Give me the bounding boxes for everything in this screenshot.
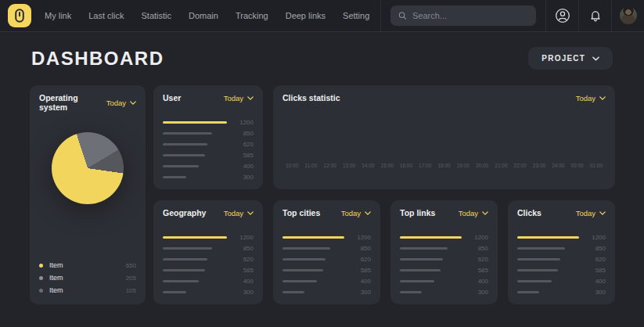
- notifications-button[interactable]: [579, 0, 611, 31]
- filter-label: Today: [341, 209, 361, 217]
- bar-line: [163, 291, 186, 293]
- bar-row: 850: [400, 247, 488, 250]
- bar-row: 1200: [517, 236, 606, 239]
- bar-row: 585: [517, 269, 606, 271]
- nav-item-deep-links[interactable]: Deep links: [286, 11, 326, 20]
- project-button[interactable]: PROJECT: [528, 47, 613, 70]
- filter-label: Today: [576, 94, 595, 102]
- search-icon: [398, 11, 407, 20]
- nav-item-my-link[interactable]: My link: [45, 11, 71, 20]
- bar-line: [282, 291, 304, 293]
- bar-row: 585: [163, 269, 254, 271]
- time-tick-label: 12:00: [321, 163, 340, 168]
- legend-label: Item: [49, 274, 120, 282]
- time-tick-label: 18:00: [434, 163, 453, 168]
- profile-button[interactable]: [612, 0, 644, 31]
- filter-today-button[interactable]: Today: [576, 94, 606, 102]
- account-button[interactable]: [546, 0, 578, 31]
- bar-row: 620: [517, 258, 606, 261]
- bar-value: 300: [351, 289, 371, 296]
- card-title: Geography: [163, 208, 206, 217]
- bar-track: [400, 291, 462, 293]
- bar-value: 585: [233, 268, 254, 274]
- card-user: User Today 1200850620585400300: [153, 85, 263, 189]
- bar-value: 585: [468, 268, 488, 274]
- legend-item: Item650: [39, 261, 136, 269]
- bar-value: 1200: [351, 235, 371, 241]
- right-column: User Today 1200850620585400300 Clicks st…: [153, 85, 615, 304]
- filter-label: Today: [459, 209, 478, 217]
- filter-label: Today: [576, 209, 595, 217]
- filter-today-button[interactable]: Today: [106, 99, 136, 107]
- bar-list: 1200850620585400300: [163, 121, 254, 178]
- bar-value: 400: [585, 278, 606, 285]
- chevron-down-icon: [592, 56, 599, 61]
- filter-today-button[interactable]: Today: [576, 209, 606, 217]
- bar-track: [282, 280, 344, 282]
- link-badge-icon: [15, 9, 24, 23]
- time-tick-label: 14:00: [358, 163, 377, 168]
- bar-value: 400: [233, 164, 254, 170]
- legend-dot: [39, 276, 43, 280]
- bar-track: [282, 236, 344, 239]
- bar-row: 400: [282, 280, 371, 282]
- card-title: Top cities: [282, 208, 320, 217]
- bar-row: 400: [163, 165, 254, 167]
- nav-item-domain[interactable]: Domain: [189, 11, 218, 20]
- bar-value: 1200: [468, 235, 488, 241]
- nav-item-tracking[interactable]: Tracking: [236, 11, 268, 20]
- nav-item-setting[interactable]: Setting: [343, 11, 369, 20]
- filter-today-button[interactable]: Today: [459, 209, 488, 217]
- bar-row: 1200: [400, 236, 488, 239]
- bar-line: [163, 132, 212, 135]
- bar-row: 585: [282, 269, 371, 271]
- bar-value: 585: [351, 268, 371, 274]
- time-tick-label: 00:00: [567, 163, 586, 168]
- bar-value: 300: [233, 174, 254, 181]
- legend-value: 650: [126, 262, 136, 269]
- bar-line: [163, 236, 227, 239]
- bar-track: [400, 236, 462, 239]
- pie-chart: [52, 132, 124, 204]
- bar-line: [517, 258, 560, 261]
- bar-row: 620: [400, 258, 488, 261]
- bar-track: [282, 247, 344, 250]
- bar-value: 850: [468, 246, 488, 252]
- bar-track: [517, 236, 579, 239]
- time-tick-label: 13:00: [340, 163, 358, 168]
- search-input[interactable]: [412, 11, 528, 20]
- bar-line: [282, 258, 326, 261]
- search-box[interactable]: [390, 5, 536, 26]
- nav-item-statistic[interactable]: Statistic: [141, 11, 171, 20]
- bar-row: 300: [163, 176, 254, 178]
- bar-line: [282, 280, 317, 282]
- time-tick-label: 15:00: [377, 163, 396, 168]
- bar-row: 850: [163, 247, 254, 250]
- bar-list: 1200850620585400300: [282, 236, 371, 293]
- bar-line: [400, 236, 462, 239]
- bar-row: 850: [282, 247, 371, 250]
- bar-track: [163, 154, 227, 156]
- logo[interactable]: [8, 4, 31, 27]
- card-title: User: [163, 93, 181, 102]
- bar-line: [400, 291, 422, 293]
- nav-item-last-click[interactable]: Last click: [88, 11, 124, 20]
- bar-track: [163, 247, 227, 250]
- bar-track: [517, 247, 579, 250]
- bar-track: [163, 236, 227, 239]
- bar-line: [163, 176, 186, 178]
- bar-line: [163, 143, 207, 146]
- filter-label: Today: [224, 209, 243, 217]
- bar-line: [163, 269, 205, 271]
- filter-today-button[interactable]: Today: [224, 209, 254, 217]
- chevron-down-icon: [247, 96, 254, 100]
- bar-row: 1200: [282, 236, 371, 239]
- account-icon: [555, 8, 570, 23]
- bar-track: [517, 258, 579, 261]
- legend-dot: [39, 264, 43, 268]
- bar-track: [282, 258, 344, 261]
- bar-track: [163, 121, 227, 124]
- filter-today-button[interactable]: Today: [224, 94, 254, 102]
- filter-today-button[interactable]: Today: [341, 209, 371, 217]
- pie-chart-wrap: [39, 132, 136, 204]
